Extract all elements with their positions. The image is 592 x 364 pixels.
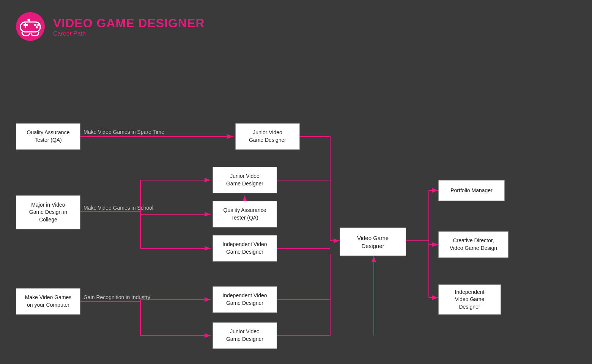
svg-rect-3 bbox=[25, 23, 26, 28]
label-school: Make Video Games in School bbox=[83, 205, 153, 211]
node-indie-final: Independent Video Game Designer bbox=[438, 284, 501, 315]
header: VIDEO GAME DESIGNER Career Path bbox=[0, 0, 592, 53]
node-junior2: Junior Video Game Designer bbox=[213, 167, 277, 193]
node-vgd: Video Game Designer bbox=[340, 228, 406, 256]
node-junior1: Junior Video Game Designer bbox=[235, 123, 300, 150]
node-portfolio: Portfolio Manager bbox=[438, 180, 505, 201]
node-qa-mid: Quality Assurance Tester (QA) bbox=[213, 201, 277, 228]
svg-point-5 bbox=[37, 24, 39, 26]
svg-point-4 bbox=[34, 24, 36, 26]
node-major-college: Major in Video Game Design in College bbox=[16, 195, 80, 229]
node-creative: Creative Director, Video Game Design bbox=[438, 231, 509, 258]
node-qa-tester: Quality Assurance Tester (QA) bbox=[16, 123, 80, 150]
title-block: VIDEO GAME DESIGNER Career Path bbox=[53, 16, 205, 37]
career-diagram: Quality Assurance Tester (QA) Major in V… bbox=[0, 53, 592, 364]
node-indie1: Independent Video Game Designer bbox=[213, 235, 277, 262]
logo-icon bbox=[15, 11, 46, 42]
node-indie2: Independent Video Game Designer bbox=[213, 286, 277, 313]
label-spare-time: Make Video Games in Spare Time bbox=[83, 129, 164, 135]
node-make-computer: Make Video Games on your Computer bbox=[16, 288, 80, 315]
svg-point-6 bbox=[36, 26, 38, 28]
node-junior3: Junior Video Game Designer bbox=[213, 322, 277, 349]
page-subtitle: Career Path bbox=[53, 30, 205, 37]
label-recognition: Gain Recognition in Industry bbox=[83, 294, 150, 300]
page-title: VIDEO GAME DESIGNER bbox=[53, 16, 205, 30]
